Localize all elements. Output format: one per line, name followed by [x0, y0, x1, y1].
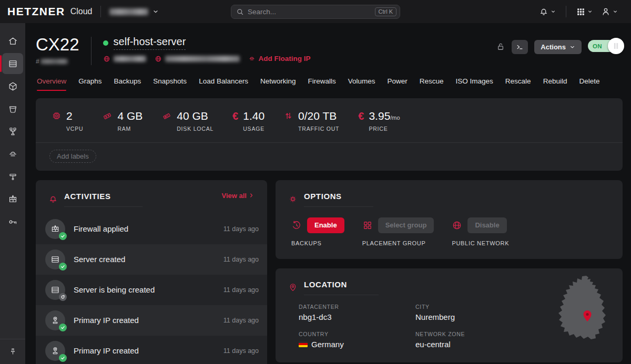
- stat-disk: 40 GB DISK LOCAL: [161, 110, 213, 132]
- globe-icon: [103, 55, 110, 63]
- account-menu[interactable]: [598, 5, 620, 18]
- notifications-menu[interactable]: [536, 5, 558, 18]
- ipv6-redacted: [165, 56, 240, 62]
- divider: [566, 6, 566, 17]
- activity-time: 11 days ago: [223, 256, 259, 263]
- search-bar[interactable]: Ctrl K: [231, 5, 400, 19]
- ram-stick-icon: [102, 111, 113, 121]
- option-public-network: Disable PUBLIC NETWORK: [452, 217, 509, 246]
- chevron-down-icon: [152, 8, 159, 15]
- sidebar: [0, 23, 25, 364]
- tab-backups[interactable]: Backups: [114, 77, 141, 91]
- apps-menu[interactable]: [574, 5, 595, 18]
- options-card: OPTIONS Enable BACKUPS: [276, 180, 623, 259]
- enable-backups-button[interactable]: Enable: [307, 217, 344, 233]
- lock-open-icon[interactable]: [496, 40, 505, 51]
- success-check-icon: [59, 324, 67, 331]
- stat-usage: € 1.40 USAGE: [232, 110, 264, 132]
- sidebar-item-volumes[interactable]: [2, 76, 23, 97]
- tab-firewalls[interactable]: Firewalls: [308, 77, 335, 91]
- sidebar-item-home[interactable]: [2, 30, 23, 51]
- hetzner-logo: HETZNER: [7, 5, 65, 18]
- sidebar-item-networks[interactable]: [2, 166, 23, 187]
- main-content: CX22 # self-host-server: [25, 23, 631, 364]
- disable-public-network-button[interactable]: Disable: [467, 217, 506, 233]
- apps-grid-icon: [576, 7, 585, 16]
- project-name-redacted: [109, 8, 148, 15]
- activity-list: Firewall applied 11 days ago: [36, 214, 267, 364]
- power-toggle-label: ON: [593, 43, 602, 49]
- tab-iso-images[interactable]: ISO Images: [456, 77, 493, 91]
- activities-title: ACTIVITIES: [64, 192, 111, 201]
- sidebar-item-load-balancers[interactable]: [2, 121, 23, 142]
- server-name[interactable]: self-host-server: [114, 36, 186, 50]
- power-toggle[interactable]: ON: [588, 40, 617, 52]
- tab-overview[interactable]: Overview: [37, 77, 66, 91]
- activities-card: ACTIVITIES View all: [36, 180, 267, 364]
- load-balancer-icon: [8, 127, 18, 137]
- sidebar-item-floating-ips[interactable]: [2, 143, 23, 164]
- ipv4-redacted: [114, 56, 146, 62]
- tab-rebuild[interactable]: Rebuild: [543, 77, 567, 91]
- option-placement-group: Select group PLACEMENT GROUP: [362, 217, 434, 246]
- backup-history-icon: [291, 220, 302, 231]
- tab-rescue[interactable]: Rescue: [420, 77, 444, 91]
- germany-flag-icon: [299, 341, 308, 347]
- activity-time: 11 days ago: [223, 347, 259, 355]
- chevron-down-icon: [569, 44, 575, 50]
- select-placement-group-button[interactable]: Select group: [378, 217, 434, 233]
- tab-power[interactable]: Power: [388, 77, 408, 91]
- sidebar-item-object-storage[interactable]: [2, 98, 23, 119]
- tab-networking[interactable]: Networking: [260, 77, 296, 91]
- actions-button[interactable]: Actions: [534, 40, 582, 54]
- floating-ip-icon: [8, 149, 18, 159]
- tab-graphs[interactable]: Graphs: [78, 77, 101, 91]
- search-icon: [236, 8, 244, 16]
- activity-row-primary-ip-created[interactable]: Primary IP created 11 days ago: [36, 336, 267, 364]
- stat-price: € 3.95/mo PRICE: [358, 110, 400, 132]
- tab-delete[interactable]: Delete: [579, 77, 599, 91]
- tab-snapshots[interactable]: Snapshots: [153, 77, 187, 91]
- search-shortcut: Ctrl K: [375, 7, 397, 16]
- sidebar-item-servers[interactable]: [2, 53, 23, 74]
- project-selector[interactable]: [109, 8, 159, 15]
- chevron-down-icon: [613, 9, 618, 14]
- divider: [100, 6, 101, 17]
- console-button[interactable]: [512, 40, 528, 54]
- success-check-icon: [59, 354, 67, 362]
- bell-icon: [539, 7, 548, 16]
- topbar: HETZNER Cloud Ctrl K: [0, 0, 631, 23]
- activity-row-firewall-applied[interactable]: Firewall applied 11 days ago: [36, 214, 267, 244]
- activity-row-server-being-created[interactable]: Server is being created 11 days ago: [36, 275, 267, 305]
- ipv4-address[interactable]: [103, 55, 146, 63]
- activity-time: 11 days ago: [223, 317, 259, 324]
- gear-icon: [288, 194, 298, 204]
- sidebar-item-security[interactable]: [2, 211, 23, 232]
- ipv6-address[interactable]: [155, 55, 240, 63]
- bucket-icon: [8, 104, 18, 114]
- tab-load-balancers[interactable]: Load Balancers: [199, 77, 248, 91]
- placement-group-icon: [362, 220, 373, 231]
- product-name: Cloud: [70, 7, 93, 16]
- search-input[interactable]: [248, 8, 371, 16]
- disk-tag-icon: [161, 111, 172, 121]
- stat-traffic: 0/20 TB TRAFFIC OUT: [283, 110, 339, 132]
- activity-row-server-created[interactable]: Server created 11 days ago: [36, 244, 267, 275]
- add-floating-ip-link[interactable]: Add Floating IP: [248, 55, 311, 63]
- status-running-dot: [103, 40, 108, 46]
- tab-rescale[interactable]: Rescale: [505, 77, 531, 91]
- activity-row-primary-ip-created[interactable]: Primary IP created 11 days ago: [36, 305, 267, 336]
- tab-bar: Overview Graphs Backups Snapshots Load B…: [36, 76, 623, 91]
- home-icon: [8, 36, 18, 46]
- key-icon: [8, 217, 18, 227]
- tab-volumes[interactable]: Volumes: [348, 77, 375, 91]
- add-labels-button[interactable]: Add labels: [49, 150, 96, 163]
- view-all-link[interactable]: View all: [222, 192, 255, 200]
- pin-sidebar-button[interactable]: [4, 344, 21, 359]
- sidebar-item-firewalls[interactable]: [2, 189, 23, 210]
- globe-icon: [452, 220, 462, 231]
- success-check-icon: [59, 232, 67, 240]
- bell-icon: [48, 194, 58, 204]
- labels-bar: Add labels: [36, 142, 623, 171]
- server-type: CX22: [36, 36, 79, 54]
